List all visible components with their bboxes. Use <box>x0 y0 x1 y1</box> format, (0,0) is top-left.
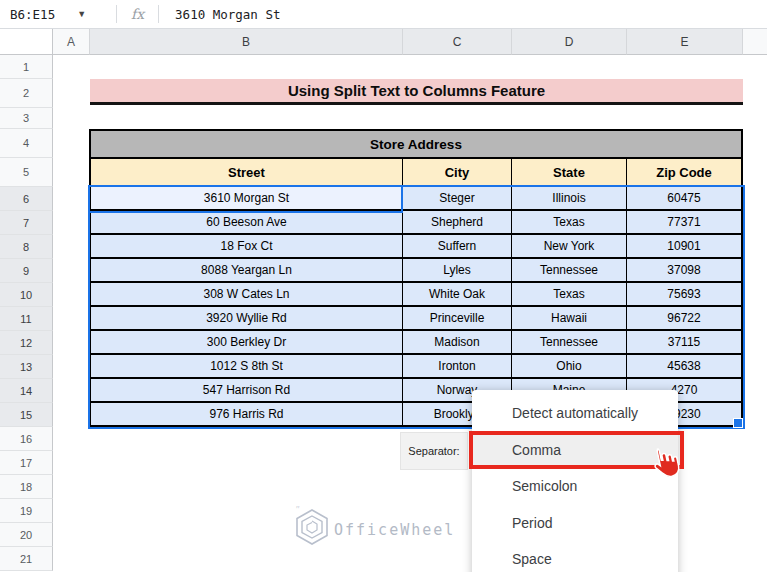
select-all-corner[interactable] <box>0 29 53 55</box>
menu-item-space[interactable]: Space <box>472 541 678 572</box>
name-box[interactable]: B6:E15 ▼ <box>0 0 110 28</box>
cell-b14[interactable]: 547 Harrison Rd <box>91 379 402 401</box>
cell-b13[interactable]: 1012 S 8th St <box>91 355 402 377</box>
watermark-mark: ′′ <box>296 504 299 514</box>
row-header-5[interactable]: 5 <box>0 158 53 187</box>
cell-e9[interactable]: 37098 <box>627 259 741 281</box>
fill-handle[interactable] <box>733 418 743 428</box>
separator-dropdown-menu: Detect automatically Comma Semicolon Per… <box>472 390 678 572</box>
cell-e12[interactable]: 37115 <box>627 331 741 353</box>
fx-icon: fx <box>131 6 144 22</box>
column-header-partial[interactable] <box>743 29 767 55</box>
menu-item-period[interactable]: Period <box>472 505 678 542</box>
divider <box>116 5 117 23</box>
row-header-10[interactable]: 10 <box>0 283 53 307</box>
row-header-18[interactable]: 18 <box>0 475 53 499</box>
cell-b15[interactable]: 976 Harris Rd <box>91 403 402 425</box>
row-header-21[interactable]: 21 <box>0 547 53 571</box>
column-header-a[interactable]: A <box>53 29 90 55</box>
row-header-16[interactable]: 16 <box>0 427 53 451</box>
separator-label-chip: Separator: <box>400 432 468 470</box>
cell-b7[interactable]: 60 Beeson Ave <box>91 211 402 233</box>
cell-e10[interactable]: 75693 <box>627 283 741 305</box>
row-header-9[interactable]: 9 <box>0 259 53 283</box>
cell-c10[interactable]: White Oak <box>403 283 511 305</box>
menu-item-detect-automatically[interactable]: Detect automatically <box>472 395 678 432</box>
column-header-c[interactable]: C <box>403 29 512 55</box>
cell-c8[interactable]: Suffern <box>403 235 511 257</box>
cell-d11[interactable]: Hawaii <box>512 307 626 329</box>
table-row: 308 W Cates Ln White Oak Texas 75693 <box>91 283 741 305</box>
formula-bar: B6:E15 ▼ fx 3610 Morgan St <box>0 0 767 29</box>
cell-c13[interactable]: Ironton <box>403 355 511 377</box>
cell-c12[interactable]: Madison <box>403 331 511 353</box>
cell-c9[interactable]: Lyles <box>403 259 511 281</box>
row-header-12[interactable]: 12 <box>0 331 53 355</box>
menu-item-comma[interactable]: Comma <box>472 432 678 469</box>
row-header-6[interactable]: 6 <box>0 187 53 211</box>
cell-d13[interactable]: Ohio <box>512 355 626 377</box>
cell-b8[interactable]: 18 Fox Ct <box>91 235 402 257</box>
col-header-street[interactable]: Street <box>91 159 402 185</box>
row-header-13[interactable]: 13 <box>0 355 53 379</box>
table-row: 3920 Wyllie Rd Princeville Hawaii 96722 <box>91 307 741 329</box>
cell-d9[interactable]: Tennessee <box>512 259 626 281</box>
row-header-3[interactable]: 3 <box>0 108 53 129</box>
officewheel-logo-icon <box>294 507 330 547</box>
row-header-4[interactable]: 4 <box>0 129 53 158</box>
cell-e7[interactable]: 77371 <box>627 211 741 233</box>
watermark-text: OfficeWheel <box>334 521 455 539</box>
table-row: 3610 Morgan St Steger Illinois 60475 <box>91 187 741 209</box>
cell-d10[interactable]: Texas <box>512 283 626 305</box>
row-header-11[interactable]: 11 <box>0 307 53 331</box>
row-header-8[interactable]: 8 <box>0 235 53 259</box>
cell-b11[interactable]: 3920 Wyllie Rd <box>91 307 402 329</box>
row-header-7[interactable]: 7 <box>0 211 53 235</box>
spreadsheet-window: B6:E15 ▼ fx 3610 Morgan St A B C D E 1 2… <box>0 0 767 572</box>
separator-label: Separator: <box>408 445 459 457</box>
table-row: 18 Fox Ct Suffern New York 10901 <box>91 235 741 257</box>
column-header-b[interactable]: B <box>90 29 403 55</box>
table-row: 8088 Yeargan Ln Lyles Tennessee 37098 <box>91 259 741 281</box>
cell-b9[interactable]: 8088 Yeargan Ln <box>91 259 402 281</box>
cell-d7[interactable]: Texas <box>512 211 626 233</box>
cell-e11[interactable]: 96722 <box>627 307 741 329</box>
col-header-zip-code[interactable]: Zip Code <box>627 159 741 185</box>
store-address-table: Store Address Street City State Zip Code… <box>89 129 743 427</box>
col-header-city[interactable]: City <box>403 159 511 185</box>
name-box-value: B6:E15 <box>10 7 55 22</box>
table-row: 1012 S 8th St Ironton Ohio 45638 <box>91 355 741 377</box>
column-header-e[interactable]: E <box>627 29 743 55</box>
cell-e13[interactable]: 45638 <box>627 355 741 377</box>
cell-b12[interactable]: 300 Berkley Dr <box>91 331 402 353</box>
row-header-17[interactable]: 17 <box>0 451 53 475</box>
sheet-title: Using Split Text to Columns Feature <box>90 79 743 105</box>
table-row: 60 Beeson Ave Shepherd Texas 77371 <box>91 211 741 233</box>
chevron-down-icon[interactable]: ▼ <box>77 9 86 19</box>
row-header-2[interactable]: 2 <box>0 79 53 108</box>
col-header-state[interactable]: State <box>512 159 626 185</box>
cell-c6[interactable]: Steger <box>403 187 511 209</box>
divider <box>158 5 159 23</box>
cell-b6[interactable]: 3610 Morgan St <box>91 187 402 209</box>
menu-item-semicolon[interactable]: Semicolon <box>472 468 678 505</box>
column-header-d[interactable]: D <box>512 29 627 55</box>
table-row: 300 Berkley Dr Madison Tennessee 37115 <box>91 331 741 353</box>
table-title-cell[interactable]: Store Address <box>91 131 741 157</box>
row-header-20[interactable]: 20 <box>0 523 53 547</box>
cell-d6[interactable]: Illinois <box>512 187 626 209</box>
cell-d12[interactable]: Tennessee <box>512 331 626 353</box>
cell-e8[interactable]: 10901 <box>627 235 741 257</box>
cell-b10[interactable]: 308 W Cates Ln <box>91 283 402 305</box>
cell-e6[interactable]: 60475 <box>627 187 741 209</box>
row-header-19[interactable]: 19 <box>0 499 53 523</box>
cell-c11[interactable]: Princeville <box>403 307 511 329</box>
row-header-14[interactable]: 14 <box>0 379 53 403</box>
watermark: ′′ OfficeWheel <box>294 504 474 550</box>
row-header-1[interactable]: 1 <box>0 55 53 79</box>
formula-input[interactable]: 3610 Morgan St <box>175 7 280 22</box>
cell-c7[interactable]: Shepherd <box>403 211 511 233</box>
cell-d8[interactable]: New York <box>512 235 626 257</box>
row-header-15[interactable]: 15 <box>0 403 53 427</box>
